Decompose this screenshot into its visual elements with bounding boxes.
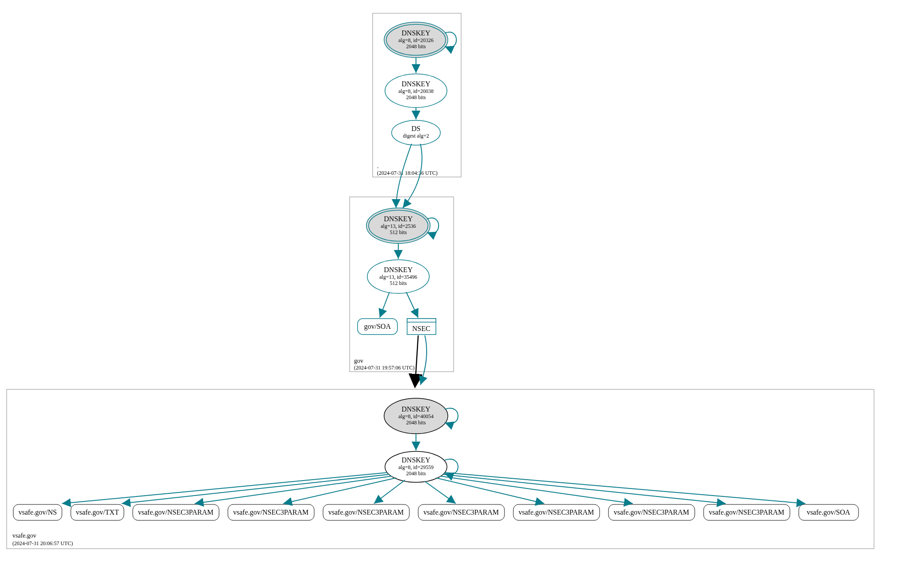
vsafe-record-9-label: vsafe.gov/SOA	[807, 508, 851, 516]
root-ksk-bits: 2048 bits	[406, 43, 426, 50]
gov-soa-label: gov/SOA	[364, 323, 391, 331]
vsafe-record-2-label: vsafe.gov/NSEC3PARAM	[138, 508, 214, 516]
edge-gov-zsk-nsec	[406, 292, 418, 318]
root-ksk: DNSKEY alg=8, id=20326 2048 bits	[384, 22, 448, 58]
vsafe-zsk-bits: 2048 bits	[406, 470, 426, 477]
zone-gov-name: gov	[354, 358, 363, 364]
vsafe-zsk-alg: alg=8, id=29559	[398, 464, 434, 470]
gov-ksk-alg: alg=13, id=2536	[381, 223, 416, 229]
gov-nsec-label: NSEC	[412, 325, 431, 332]
edge-vsafe-zsk-r2	[195, 476, 392, 504]
vsafe-zsk: DNSKEY alg=8, id=29559 2048 bits	[385, 451, 447, 482]
root-zsk: DNSKEY alg=8, id=20038 2048 bits	[385, 74, 447, 108]
zone-vsafe: vsafe.gov (2024-07-31 20:06:57 UTC) DNSK…	[7, 389, 874, 549]
vsafe-record-2: vsafe.gov/NSEC3PARAM	[133, 504, 219, 520]
edge-nsec-to-vsafe-teal	[420, 335, 427, 385]
zone-gov: gov (2024-07-31 19:57:06 UTC) DNSKEY alg…	[350, 197, 454, 372]
vsafe-record-0: vsafe.gov/NS	[13, 504, 62, 520]
zone-vsafe-timestamp: (2024-07-31 20:06:57 UTC)	[12, 540, 73, 546]
vsafe-record-7-label: vsafe.gov/NSEC3PARAM	[614, 508, 689, 516]
vsafe-zsk-title: DNSKEY	[402, 456, 431, 464]
zone-vsafe-name: vsafe.gov	[12, 532, 36, 539]
vsafe-record-3: vsafe.gov/NSEC3PARAM	[228, 504, 314, 520]
gov-zsk-title: DNSKEY	[384, 266, 413, 273]
edge-vsafe-zsk-r9	[445, 473, 805, 504]
vsafe-record-1-label: vsafe.gov/TXT	[76, 508, 119, 516]
gov-ksk-title: DNSKEY	[384, 215, 413, 223]
zone-root: . (2024-07-31 18:04:36 UTC) DNSKEY alg=8…	[373, 13, 461, 177]
gov-zsk-bits: 512 bits	[390, 280, 407, 286]
vsafe-ksk-title: DNSKEY	[402, 405, 431, 413]
vsafe-record-8: vsafe.gov/NSEC3PARAM	[704, 504, 790, 520]
edge-vsafe-zsk-r8	[443, 474, 726, 504]
edge-vsafe-zsk-r4	[374, 480, 405, 504]
edge-vsafe-zsk-r6	[436, 478, 544, 504]
root-zsk-alg: alg=8, id=20038	[398, 88, 434, 94]
gov-zsk-alg: alg=13, id=35496	[379, 274, 417, 280]
vsafe-record-6-label: vsafe.gov/NSEC3PARAM	[519, 508, 594, 516]
vsafe-record-1: vsafe.gov/TXT	[71, 504, 124, 520]
vsafe-ksk: DNSKEY alg=8, id=40054 2048 bits	[384, 398, 448, 434]
vsafe-record-3-label: vsafe.gov/NSEC3PARAM	[233, 508, 309, 516]
vsafe-record-6: vsafe.gov/NSEC3PARAM	[513, 504, 600, 520]
root-ds-alg: digest alg=2	[403, 133, 429, 139]
vsafe-ksk-alg: alg=8, id=40054	[398, 413, 434, 419]
gov-ksk-bits: 512 bits	[390, 229, 407, 235]
root-zsk-title: DNSKEY	[402, 80, 431, 88]
vsafe-record-5-label: vsafe.gov/NSEC3PARAM	[424, 508, 499, 516]
root-ds-title: DS	[412, 125, 420, 132]
zone-gov-timestamp: (2024-07-31 19:57:06 UTC)	[354, 365, 415, 371]
vsafe-record-0-label: vsafe.gov/NS	[19, 508, 57, 516]
vsafe-record-5: vsafe.gov/NSEC3PARAM	[418, 504, 504, 520]
gov-soa: gov/SOA	[358, 319, 397, 335]
gov-zsk: DNSKEY alg=13, id=35496 512 bits	[367, 260, 429, 293]
vsafe-record-4-label: vsafe.gov/NSEC3PARAM	[328, 508, 404, 516]
vsafe-record-9: vsafe.gov/SOA	[799, 504, 859, 520]
root-ksk-title: DNSKEY	[402, 29, 431, 37]
edge-gov-zsk-soa	[380, 292, 389, 318]
vsafe-record-8-label: vsafe.gov/NSEC3PARAM	[709, 508, 785, 516]
vsafe-ksk-bits: 2048 bits	[406, 419, 426, 426]
edge-vsafe-zsk-r0	[62, 473, 387, 504]
svg-rect-11	[407, 319, 436, 322]
zone-root-timestamp: (2024-07-31 18:04:36 UTC)	[377, 170, 438, 176]
gov-ksk: DNSKEY alg=13, id=2536 512 bits	[366, 208, 430, 243]
edge-nsec-to-vsafe-black	[415, 335, 418, 385]
root-ksk-alg: alg=8, id=20326	[398, 37, 434, 43]
vsafe-record-7: vsafe.gov/NSEC3PARAM	[608, 504, 695, 520]
root-ds: DS digest alg=2	[392, 120, 440, 145]
zone-root-name: .	[377, 163, 379, 169]
edge-vsafe-zsk-r5	[425, 481, 456, 504]
root-zsk-bits: 2048 bits	[406, 94, 426, 100]
vsafe-record-4: vsafe.gov/NSEC3PARAM	[323, 504, 409, 520]
gov-nsec: NSEC	[407, 319, 436, 335]
